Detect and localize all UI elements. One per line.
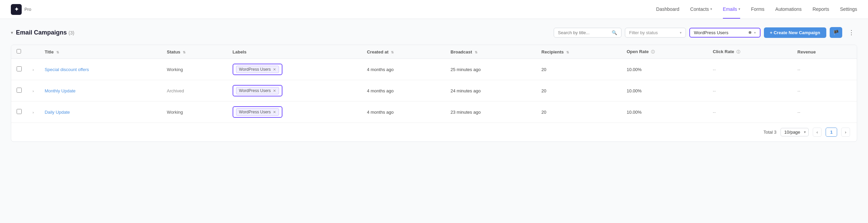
pagination-next-button[interactable]: › bbox=[841, 128, 850, 137]
recipients-value: 20 bbox=[541, 88, 546, 93]
label-tag: WordPress Users ✕ bbox=[236, 87, 279, 94]
nav-contacts[interactable]: Contacts ▾ bbox=[690, 0, 712, 19]
label-remove-icon[interactable]: ✕ bbox=[273, 67, 276, 72]
row-expand-cell[interactable]: › bbox=[27, 102, 39, 123]
select-all-checkbox[interactable] bbox=[17, 49, 21, 53]
row-broadcast-cell: 25 minutes ago bbox=[445, 59, 536, 80]
row-revenue-cell: -- bbox=[792, 102, 857, 123]
nav-settings[interactable]: Settings bbox=[840, 0, 857, 19]
th-expand bbox=[27, 45, 39, 59]
row-broadcast-cell: 24 minutes ago bbox=[445, 80, 536, 102]
row-title-cell: Monthly Update bbox=[39, 80, 161, 102]
row-expand-icon[interactable]: › bbox=[33, 68, 34, 72]
label-tag: WordPress Users ✕ bbox=[236, 108, 279, 116]
label-remove-icon[interactable]: ✕ bbox=[273, 89, 276, 93]
more-options-button[interactable]: ⋮ bbox=[846, 27, 857, 38]
broadcast-value: 23 minutes ago bbox=[451, 110, 481, 115]
nav-forms[interactable]: Forms bbox=[751, 0, 765, 19]
row-checkbox-cell[interactable] bbox=[11, 80, 27, 102]
row-title-cell: Daily Update bbox=[39, 102, 161, 123]
click-rate-value: -- bbox=[713, 88, 716, 93]
created-at-value: 4 months ago bbox=[367, 110, 394, 115]
campaign-status: Working bbox=[167, 67, 183, 72]
open-rate-value: 10.00% bbox=[627, 88, 642, 93]
label-dot-icon bbox=[749, 31, 751, 34]
row-checkbox-0[interactable] bbox=[17, 66, 22, 71]
row-title-cell: Special discount offers bbox=[39, 59, 161, 80]
create-campaign-button[interactable]: + Create New Campaign bbox=[764, 27, 826, 38]
label-remove-icon[interactable]: ✕ bbox=[273, 110, 276, 114]
th-click-rate: Click Rate ⓘ bbox=[707, 45, 792, 59]
th-created-at[interactable]: Created at ⇅ bbox=[361, 45, 445, 59]
row-broadcast-cell: 23 minutes ago bbox=[445, 102, 536, 123]
page-title-area: ▾ Email Campaigns (3) bbox=[11, 29, 550, 36]
row-labels-cell: WordPress Users ✕ bbox=[227, 59, 361, 80]
labels-highlight-box: WordPress Users ✕ bbox=[233, 85, 282, 96]
row-expand-cell[interactable]: › bbox=[27, 59, 39, 80]
row-click-rate-cell: -- bbox=[707, 80, 792, 102]
label-filter-dropdown[interactable]: WordPress Users ▾ bbox=[689, 28, 761, 38]
row-checkbox-cell[interactable] bbox=[11, 59, 27, 80]
search-input[interactable] bbox=[558, 30, 609, 35]
pagination: Total 3 10/page 20/page 50/page ‹ 1 › bbox=[11, 122, 857, 141]
row-created-at-cell: 4 months ago bbox=[361, 102, 445, 123]
revenue-value: -- bbox=[797, 110, 801, 115]
recipients-value: 20 bbox=[541, 67, 546, 72]
th-recipients[interactable]: Recipients ⇅ bbox=[536, 45, 621, 59]
nav-reports[interactable]: Reports bbox=[812, 0, 829, 19]
campaign-status: Archived bbox=[167, 88, 184, 93]
campaign-title-link[interactable]: Special discount offers bbox=[45, 67, 89, 72]
campaign-count: (3) bbox=[68, 30, 74, 36]
filter-status-label: Filter by status bbox=[629, 30, 677, 35]
search-icon: 🔍 bbox=[612, 30, 617, 35]
click-rate-info-icon[interactable]: ⓘ bbox=[736, 50, 740, 54]
row-expand-cell[interactable]: › bbox=[27, 80, 39, 102]
per-page-select[interactable]: 10/page 20/page 50/page bbox=[781, 128, 809, 136]
pagination-prev-button[interactable]: ‹ bbox=[813, 128, 822, 137]
campaign-title-link[interactable]: Daily Update bbox=[45, 110, 70, 115]
label-filter-chevron-icon: ▾ bbox=[754, 31, 756, 35]
row-click-rate-cell: -- bbox=[707, 59, 792, 80]
created-sort-icon: ⇅ bbox=[391, 50, 394, 54]
flag-button[interactable]: 🏴 bbox=[830, 27, 842, 38]
revenue-value: -- bbox=[797, 88, 801, 93]
th-select-all[interactable] bbox=[11, 45, 27, 59]
row-status-cell: Archived bbox=[161, 80, 227, 102]
open-rate-value: 10.00% bbox=[627, 67, 642, 72]
row-checkbox-1[interactable] bbox=[17, 88, 22, 93]
pagination-current-page[interactable]: 1 bbox=[826, 128, 837, 137]
th-title[interactable]: Title ⇅ bbox=[39, 45, 161, 59]
th-status[interactable]: Status ⇅ bbox=[161, 45, 227, 59]
row-checkbox-cell[interactable] bbox=[11, 102, 27, 123]
campaign-status: Working bbox=[167, 110, 183, 115]
search-box[interactable]: 🔍 bbox=[554, 28, 622, 38]
nav-automations[interactable]: Automations bbox=[775, 0, 802, 19]
row-recipients-cell: 20 bbox=[536, 80, 621, 102]
row-labels-cell: WordPress Users ✕ bbox=[227, 80, 361, 102]
recipients-sort-icon: ⇅ bbox=[566, 50, 569, 54]
th-revenue: Revenue bbox=[792, 45, 857, 59]
th-broadcast[interactable]: Broadcast ⇅ bbox=[445, 45, 536, 59]
row-revenue-cell: -- bbox=[792, 80, 857, 102]
labels-highlight-box: WordPress Users ✕ bbox=[233, 64, 282, 75]
campaign-title-link[interactable]: Monthly Update bbox=[45, 88, 76, 93]
row-recipients-cell: 20 bbox=[536, 59, 621, 80]
toolbar: ▾ Email Campaigns (3) 🔍 Filter by status… bbox=[11, 27, 857, 38]
labels-highlight-box: WordPress Users ✕ bbox=[233, 106, 282, 118]
row-labels-cell: WordPress Users ✕ bbox=[227, 102, 361, 123]
total-count-label: Total 3 bbox=[764, 130, 776, 135]
row-expand-icon[interactable]: › bbox=[33, 110, 34, 114]
row-status-cell: Working bbox=[161, 102, 227, 123]
table-row: › Daily Update Working WordPress Users ✕… bbox=[11, 102, 857, 123]
open-rate-info-icon[interactable]: ⓘ bbox=[651, 50, 655, 54]
row-expand-icon[interactable]: › bbox=[33, 89, 34, 93]
row-revenue-cell: -- bbox=[792, 59, 857, 80]
table-row: › Special discount offers Working WordPr… bbox=[11, 59, 857, 80]
row-checkbox-2[interactable] bbox=[17, 109, 22, 114]
nav-emails[interactable]: Emails ▾ bbox=[723, 0, 740, 19]
title-collapse-icon[interactable]: ▾ bbox=[11, 30, 13, 35]
filter-status-chevron-icon: ▾ bbox=[680, 31, 682, 35]
per-page-wrapper: 10/page 20/page 50/page bbox=[781, 128, 809, 136]
nav-dashboard[interactable]: Dashboard bbox=[656, 0, 679, 19]
filter-status-dropdown[interactable]: Filter by status ▾ bbox=[625, 28, 686, 38]
